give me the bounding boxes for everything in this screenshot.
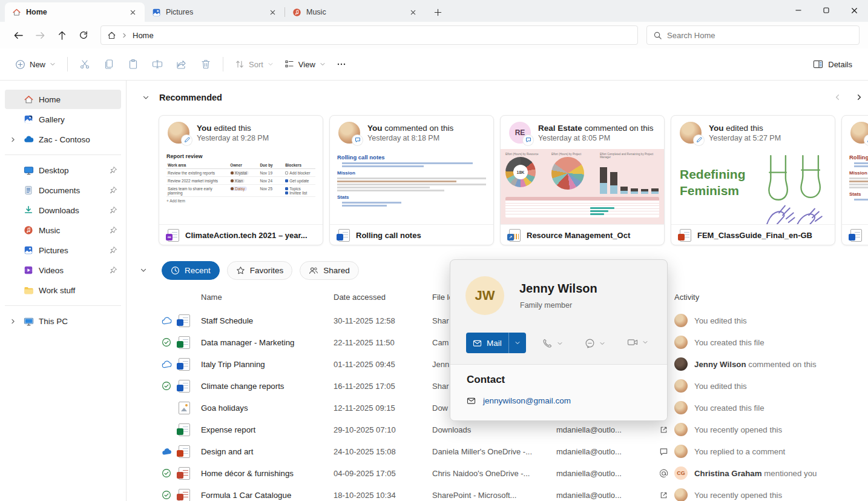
sidebar-item-pictures[interactable]: Pictures <box>5 241 121 260</box>
call-dropdown-icon[interactable] <box>557 340 563 347</box>
avatar-initials: RE <box>509 122 531 144</box>
sidebar-divider <box>5 154 121 155</box>
collapse-recommended-icon[interactable] <box>142 94 150 101</box>
recommended-cards: You edited this Yesterday at 9:28 PM Rep… <box>127 115 868 246</box>
header-date-accessed[interactable]: Date accessed <box>334 293 432 302</box>
avatar <box>674 423 688 436</box>
forward-button[interactable] <box>30 25 50 45</box>
pin-icon <box>105 166 121 174</box>
mail-button[interactable]: Mail <box>466 333 526 353</box>
file-thumbnail: Effort (Hours) by Resource 18K Effort (H… <box>501 149 664 224</box>
sidebar-item-onedrive[interactable]: Zac - Contoso <box>5 130 121 149</box>
more-options-button[interactable] <box>331 53 352 75</box>
sidebar-item-work-stuff[interactable]: Work stuff <box>5 280 121 300</box>
cut-button[interactable] <box>74 53 96 75</box>
sidebar-item-this-pc[interactable]: This PC <box>5 311 121 331</box>
word-file-icon <box>338 229 350 242</box>
new-button[interactable]: New <box>10 53 61 75</box>
comment-activity-icon <box>659 447 674 456</box>
gallery-icon <box>21 114 36 124</box>
rename-button[interactable] <box>146 53 168 75</box>
close-window-button[interactable] <box>840 0 868 21</box>
collapse-files-icon[interactable] <box>140 267 147 274</box>
sidebar-item-music[interactable]: Music <box>5 221 121 240</box>
table-row[interactable]: Design and art 24-10-2025 15:08 Daniela … <box>127 440 868 462</box>
filter-shared[interactable]: Shared <box>300 261 359 280</box>
sidebar-item-documents[interactable]: Documents <box>5 181 121 200</box>
sidebar-item-home[interactable]: Home <box>5 90 121 109</box>
address-bar[interactable]: Home <box>100 25 638 45</box>
filter-recent[interactable]: Recent <box>162 261 220 280</box>
tab-pictures[interactable]: Pictures <box>145 2 284 22</box>
chat-icon <box>585 338 595 348</box>
view-button[interactable]: View <box>279 53 331 75</box>
people-icon <box>309 266 318 275</box>
close-tab-icon[interactable] <box>127 6 139 18</box>
contact-email-link[interactable]: jennywilson@gmail.com <box>483 396 571 405</box>
sidebar-item-videos[interactable]: Videos <box>5 260 121 280</box>
call-button[interactable] <box>542 338 563 348</box>
sidebar-item-desktop[interactable]: Desktop <box>5 161 121 180</box>
home-icon <box>21 95 36 105</box>
view-icon <box>284 59 294 69</box>
maximize-button[interactable] <box>812 0 840 21</box>
breadcrumb[interactable]: Home <box>133 31 154 40</box>
contact-section-title: Contact <box>467 374 505 386</box>
excel-file-icon <box>179 423 190 436</box>
sidebar-item-downloads[interactable]: Downloads <box>5 201 121 220</box>
delete-button[interactable] <box>195 53 217 75</box>
refresh-button[interactable] <box>74 25 93 45</box>
video-dropdown-icon[interactable] <box>642 339 648 345</box>
search-box[interactable] <box>646 25 860 45</box>
recommended-title: Recommended <box>159 93 222 102</box>
powerpoint-file-icon <box>680 229 691 242</box>
tab-music[interactable]: Music <box>285 2 425 22</box>
chat-dropdown-icon[interactable] <box>599 340 605 347</box>
table-row[interactable]: Home décor & furnishings 04-09-2025 17:0… <box>127 462 868 484</box>
header-activity[interactable]: Activity <box>674 293 868 302</box>
search-input[interactable] <box>667 31 853 40</box>
tab-bar: Home Pictures Music <box>0 0 868 22</box>
new-tab-button[interactable] <box>429 4 447 21</box>
recommended-card[interactable]: You Rolling Mission Stats <box>841 115 868 245</box>
file-thumbnail: Rolling call notes Mission Stats <box>330 149 493 224</box>
sidebar-divider <box>5 305 121 306</box>
tab-home[interactable]: Home <box>5 2 145 22</box>
sort-button[interactable]: Sort <box>229 53 279 75</box>
filter-favorites[interactable]: Favorites <box>227 261 293 280</box>
chevron-right-icon[interactable] <box>5 318 21 325</box>
pin-icon <box>105 226 121 234</box>
opened-activity-icon <box>659 491 674 500</box>
minimize-button[interactable] <box>784 0 812 21</box>
home-icon <box>107 31 116 40</box>
close-tab-icon[interactable] <box>407 6 419 18</box>
pdf-file-icon <box>179 467 190 480</box>
share-button[interactable] <box>171 53 192 75</box>
table-row[interactable]: Formula 1 Car Catalogue 18-10-2025 10:34… <box>127 484 868 501</box>
carousel-left-icon[interactable] <box>830 90 844 104</box>
chevron-right-icon[interactable] <box>5 136 21 143</box>
word-file-icon <box>850 229 862 242</box>
recommended-card[interactable]: You edited this Yesterday at 9:28 PM Rep… <box>159 115 323 245</box>
recommended-card[interactable]: You commented on this Yesterday at 8:18 … <box>329 115 494 245</box>
close-tab-icon[interactable] <box>266 6 278 18</box>
up-button[interactable] <box>52 25 71 45</box>
table-row[interactable]: Expense report 29-10-2025 07:10 Download… <box>127 419 868 440</box>
recommended-card[interactable]: You edited this Yesterday at 5:27 PM Red… <box>671 115 835 245</box>
header-name[interactable]: Name <box>201 293 334 302</box>
copy-button[interactable] <box>98 53 120 75</box>
back-button[interactable] <box>8 25 28 45</box>
sidebar-item-gallery[interactable]: Gallery <box>5 110 121 129</box>
carousel-right-icon[interactable] <box>852 90 866 104</box>
star-icon <box>236 266 245 275</box>
video-call-button[interactable] <box>627 338 648 347</box>
mail-dropdown-icon[interactable] <box>509 333 526 353</box>
chat-button[interactable] <box>585 338 605 348</box>
edit-badge-icon <box>864 135 868 145</box>
recommended-card[interactable]: RE Real Estate commented on this Yesterd… <box>500 115 665 245</box>
details-button[interactable]: Details <box>807 53 858 75</box>
videos-icon <box>21 265 36 275</box>
excel-chart-file-icon: ↗ <box>509 229 521 242</box>
toolbar-divider <box>223 57 223 71</box>
paste-button[interactable] <box>122 53 144 75</box>
